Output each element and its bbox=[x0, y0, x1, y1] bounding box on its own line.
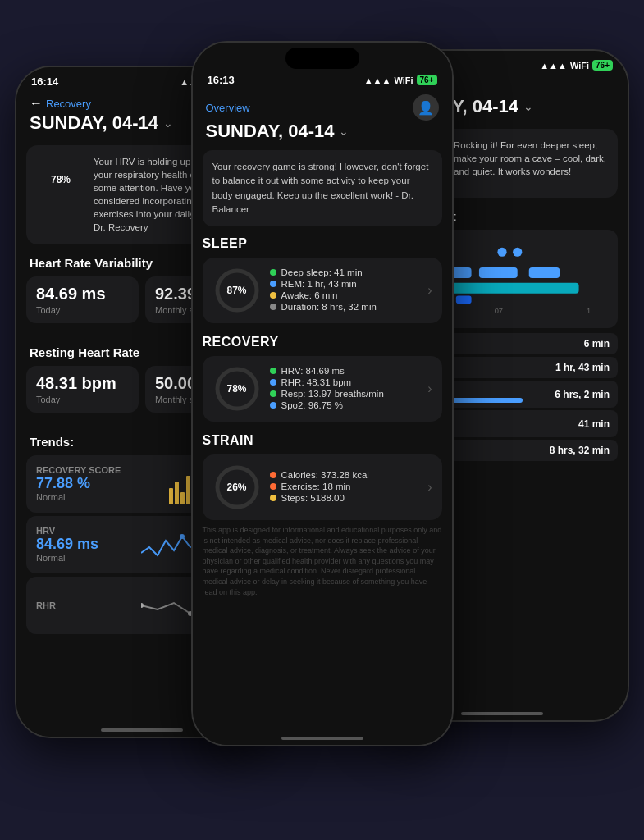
recovery-resp-text: Resp: 13.97 breaths/min bbox=[281, 389, 384, 399]
sleep-block[interactable]: 87% Deep sleep: 41 min REM: 1 hr, 43 min… bbox=[203, 258, 442, 323]
header-sub-left: Recovery bbox=[46, 98, 91, 110]
avatar-icon[interactable]: 👤 bbox=[413, 94, 439, 121]
hrv-trend-value: 84.69 ms bbox=[36, 536, 135, 553]
sleep-awake-text: Awake: 6 min bbox=[281, 290, 338, 300]
total-stat-value: 8 hrs, 32 min bbox=[550, 445, 610, 456]
back-button-left[interactable]: ← bbox=[30, 96, 43, 111]
strain-exercise-text: Exercise: 18 min bbox=[281, 482, 351, 491]
recovery-score-trend-name: RECOVERY SCORE bbox=[36, 465, 162, 475]
disclaimer-text: This app is designed for informational a… bbox=[203, 525, 442, 597]
home-indicator-right bbox=[461, 712, 543, 715]
recovery-hrv-text: HRV: 84.69 ms bbox=[281, 366, 345, 376]
svg-point-12 bbox=[497, 248, 506, 257]
phone-overview: 16:13 ▲▲▲ WiFi 76+ Overview 👤 SUNDAY, 04… bbox=[191, 41, 454, 746]
recovery-block[interactable]: 78% HRV: 84.69 ms RHR: 48.31 bpm Resp: 1… bbox=[203, 356, 442, 422]
sleep-summary-text: Rocking it! For even deeper sleep, make … bbox=[454, 139, 608, 178]
sleep-deep-text: Deep sleep: 41 min bbox=[281, 267, 363, 277]
svg-rect-16 bbox=[529, 267, 560, 278]
awake-stat-value: 6 min bbox=[584, 338, 610, 349]
recovery-score-trend-value: 77.88 % bbox=[36, 475, 162, 492]
chevron-down-icon-front[interactable]: ⌄ bbox=[339, 125, 349, 138]
rem-stat-value: 1 hr, 43 min bbox=[555, 362, 610, 373]
home-indicator-left bbox=[101, 728, 183, 732]
sleep-pct-front: 87% bbox=[226, 285, 246, 296]
rhr-today-card: 48.31 bpm Today bbox=[26, 366, 139, 413]
status-icons-front: ▲▲▲ WiFi 76+ bbox=[364, 75, 437, 85]
sleep-chevron-icon[interactable]: › bbox=[427, 283, 432, 298]
chevron-down-icon-right[interactable]: ⌄ bbox=[523, 100, 533, 113]
sleep-section-title: SLEEP bbox=[193, 230, 452, 253]
header-title-left: SUNDAY, 04-14 bbox=[30, 112, 158, 134]
strain-pct-front: 26% bbox=[226, 482, 246, 493]
deep-stat-value: 41 min bbox=[578, 418, 610, 430]
recovery-pct-front: 78% bbox=[226, 383, 246, 395]
strain-chevron-icon[interactable]: › bbox=[427, 480, 432, 495]
sleep-circle-front: 87% bbox=[212, 266, 262, 315]
status-icons-right: ▲▲▲ WiFi 76+ bbox=[540, 60, 613, 71]
hrv-today-value: 84.69 ms bbox=[36, 285, 129, 304]
hrv-today-label: Today bbox=[36, 305, 129, 315]
rhr-today-label: Today bbox=[36, 395, 129, 404]
recovery-chevron-icon[interactable]: › bbox=[427, 381, 432, 396]
strain-section-title: STRAIN bbox=[193, 427, 452, 450]
svg-rect-19 bbox=[456, 296, 472, 304]
dynamic-island bbox=[285, 48, 359, 69]
recovery-circle-score: 78% bbox=[36, 155, 85, 204]
recovery-section-title: RECOVERY bbox=[193, 328, 452, 351]
advice-card: Your recovery game is strong! However, d… bbox=[203, 150, 442, 226]
rhr-today-value: 48.31 bpm bbox=[36, 374, 129, 393]
home-indicator-front bbox=[281, 737, 363, 740]
svg-rect-15 bbox=[479, 267, 518, 278]
status-time-front: 16:13 bbox=[208, 74, 235, 86]
recovery-score-trend-status: Normal bbox=[36, 492, 162, 502]
advice-text: Your recovery game is strong! However, d… bbox=[212, 162, 429, 214]
svg-point-5 bbox=[141, 603, 144, 608]
strain-block[interactable]: 26% Calories: 373.28 kcal Exercise: 18 m… bbox=[203, 454, 442, 520]
core-stat-value: 6 hrs, 2 min bbox=[555, 389, 610, 400]
svg-text:07: 07 bbox=[495, 307, 503, 315]
hrv-today-card: 84.69 ms Today bbox=[26, 276, 139, 323]
status-time-left: 16:14 bbox=[31, 75, 58, 88]
recovery-pct: 78% bbox=[51, 174, 71, 185]
svg-point-3 bbox=[180, 534, 185, 539]
svg-point-13 bbox=[513, 248, 522, 257]
chevron-down-icon-left[interactable]: ⌄ bbox=[163, 116, 173, 130]
recovery-spo2-text: Spo2: 96.75 % bbox=[281, 400, 343, 410]
recovery-circle-front: 78% bbox=[212, 364, 262, 413]
overview-title: SUNDAY, 04-14 bbox=[206, 121, 335, 142]
recovery-rhr-text: RHR: 48.31 bpm bbox=[281, 377, 352, 387]
sleep-rem-text: REM: 1 hr, 43 min bbox=[281, 279, 357, 289]
strain-calories-text: Calories: 373.28 kcal bbox=[281, 470, 369, 480]
strain-circle-front: 26% bbox=[212, 463, 262, 512]
hrv-trend-status: Normal bbox=[36, 553, 135, 563]
sleep-duration-text: Duration: 8 hrs, 32 min bbox=[281, 302, 377, 312]
hrv-trend-name: HRV bbox=[36, 526, 135, 536]
overview-sub: Overview bbox=[206, 102, 250, 114]
strain-steps-text: Steps: 5188.00 bbox=[281, 493, 345, 503]
svg-text:1: 1 bbox=[587, 307, 591, 315]
rhr-trend-name: RHR bbox=[36, 600, 135, 610]
